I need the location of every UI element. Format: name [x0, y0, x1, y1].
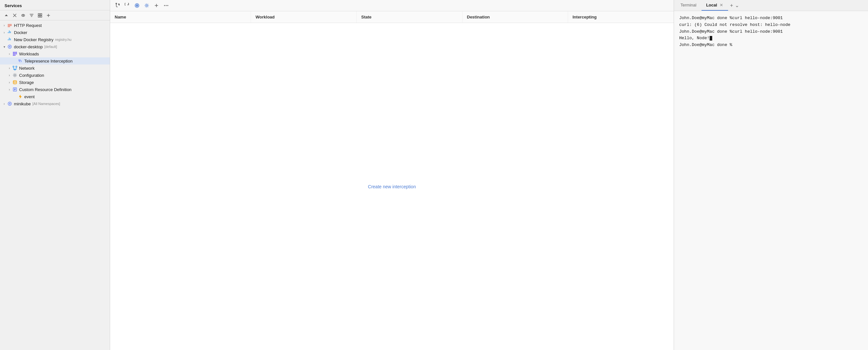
svg-point-22 [9, 46, 10, 47]
svg-point-1 [23, 15, 24, 16]
storage-icon [12, 80, 18, 85]
svg-rect-8 [8, 27, 10, 27]
svg-point-45 [135, 4, 139, 7]
config-icon [12, 72, 18, 78]
layout-icon[interactable] [37, 12, 43, 18]
cluster-icon [7, 44, 12, 49]
svg-point-51 [167, 5, 168, 6]
sidebar-item-label: minikube [14, 101, 31, 106]
svg-rect-15 [8, 39, 9, 40]
sidebar-item-new-docker-registry[interactable]: New Docker Registry registry.hu [0, 36, 110, 43]
svg-rect-31 [13, 66, 14, 67]
svg-rect-27 [14, 53, 16, 54]
col-state: State [356, 11, 462, 23]
eye-icon[interactable] [20, 12, 26, 18]
main-toolbar [110, 0, 674, 11]
branch-icon[interactable] [114, 2, 121, 9]
close-icon[interactable] [12, 12, 18, 18]
svg-rect-28 [16, 53, 17, 54]
sidebar-item-docker[interactable]: Docker [0, 29, 110, 36]
tab-dropdown-icon[interactable]: ⌄ [735, 2, 739, 8]
svg-rect-24 [14, 52, 16, 53]
tab-local-label: Local [706, 3, 717, 7]
sidebar-item-badge: [default] [44, 45, 57, 49]
network-icon [12, 65, 18, 71]
sidebar-item-label: HTTP Request [14, 23, 42, 28]
svg-rect-18 [10, 38, 11, 39]
svg-rect-4 [38, 16, 39, 17]
add-interception-icon[interactable] [153, 2, 160, 9]
chevron-minikube [2, 101, 6, 106]
svg-point-49 [164, 5, 165, 6]
terminal-panel: Terminal Local ✕ + ⌄ John.Doe@myMac done… [674, 0, 868, 350]
terminal-body[interactable]: John.Doe@myMac done %curl hello-node:900… [674, 11, 868, 350]
sidebar-item-configuration[interactable]: Configuration [0, 71, 110, 79]
sidebar-item-label: Storage [19, 80, 34, 85]
workloads-icon [12, 51, 18, 56]
target-icon[interactable] [133, 2, 141, 9]
crd-icon [12, 87, 18, 92]
add-tab-icon[interactable]: + [730, 3, 733, 8]
sidebar-item-storage[interactable]: Storage [0, 79, 110, 86]
sidebar-item-label: Configuration [19, 73, 44, 78]
sidebar-item-workloads[interactable]: Workloads [0, 50, 110, 57]
col-intercepting: Intercepting [568, 11, 674, 23]
sidebar-item-event[interactable]: event [0, 93, 110, 100]
sidebar-title: Services [4, 3, 22, 8]
more-options-icon[interactable] [163, 2, 170, 9]
svg-rect-19 [9, 38, 10, 39]
svg-point-47 [137, 5, 137, 6]
sidebar-item-network[interactable]: Network [0, 64, 110, 71]
add-icon[interactable] [45, 12, 51, 18]
create-interception-link[interactable]: Create new interception [368, 184, 416, 189]
tab-close-icon[interactable]: ✕ [719, 3, 723, 7]
svg-rect-5 [40, 16, 42, 17]
table-header: Name Workload State Destination Intercep… [110, 11, 674, 23]
sidebar-item-label: Network [19, 66, 35, 71]
sidebar-item-label: Workloads [19, 52, 39, 56]
tab-local[interactable]: Local ✕ [702, 0, 728, 11]
chevron-docker-desktop [2, 45, 6, 49]
svg-rect-13 [9, 31, 10, 32]
sidebar-item-label: Docker [14, 30, 27, 35]
sidebar-item-telepresence-interception[interactable]: Telepresence Interception [0, 57, 110, 64]
sidebar-item-docker-desktop[interactable]: docker-desktop [default] [0, 43, 110, 50]
col-workload: Workload [251, 11, 356, 23]
svg-rect-17 [10, 39, 11, 40]
svg-rect-12 [10, 31, 11, 32]
collapse-all-icon[interactable] [3, 12, 9, 18]
sidebar-item-label: Custom Resource Definition [19, 87, 71, 92]
sidebar-item-http-request[interactable]: HTTP Request [0, 22, 110, 29]
refresh-icon[interactable] [124, 2, 131, 9]
chevron-docker [2, 30, 6, 35]
svg-point-46 [136, 4, 138, 6]
tab-terminal[interactable]: Terminal [676, 0, 701, 11]
chevron-storage [7, 80, 12, 85]
svg-point-0 [21, 14, 24, 17]
svg-rect-2 [38, 13, 39, 15]
svg-rect-23 [13, 52, 14, 53]
svg-rect-6 [8, 24, 12, 25]
settings-icon[interactable] [143, 2, 150, 9]
chevron-configuration [7, 73, 12, 78]
svg-point-39 [13, 81, 17, 82]
table-body: Create new interception [110, 23, 674, 350]
sidebar-item-minikube[interactable]: minikube [All Namespaces] [0, 100, 110, 107]
terminal-cursor [710, 36, 712, 40]
sidebar-item-crd[interactable]: Custom Resource Definition [0, 86, 110, 93]
terminal-line-1: John.Doe@myMac done %curl hello-node:900… [679, 16, 790, 47]
docker-icon [7, 30, 12, 35]
svg-rect-30 [14, 55, 16, 56]
filter-icon[interactable] [29, 12, 34, 18]
sidebar-item-badge: registry.hu [55, 37, 71, 41]
svg-rect-25 [16, 52, 17, 53]
http-request-icon [7, 23, 12, 28]
svg-rect-10 [9, 32, 10, 33]
sidebar-item-badge: [All Namespaces] [32, 102, 60, 106]
chevron-workloads [7, 52, 12, 56]
svg-rect-11 [10, 32, 11, 33]
docker-registry-icon [7, 37, 12, 42]
sidebar: Services HTTP Request [0, 0, 110, 350]
chevron-network [7, 66, 12, 70]
terminal-tabs: Terminal Local ✕ + ⌄ [674, 0, 868, 11]
